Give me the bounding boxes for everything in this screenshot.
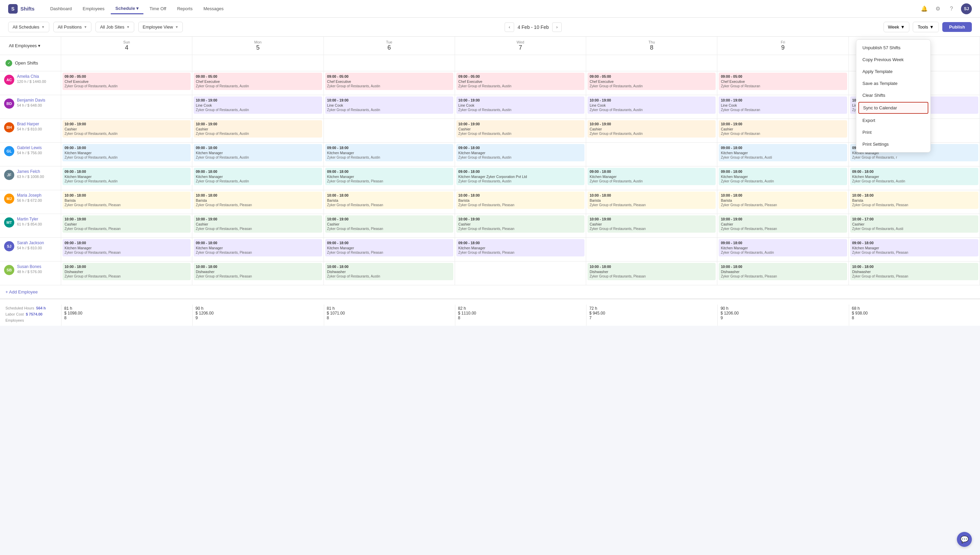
shift-cell-bh-day3[interactable]: 10:00 - 19:00CashierZyker Group of Resta… <box>455 119 586 142</box>
shift-cell-mj-day6[interactable]: 10:00 - 18:00BaristaZyker Group of Resta… <box>849 190 980 213</box>
shift-cell-sj-day2[interactable]: 09:00 - 18:00Kitchen ManagerZyker Group … <box>324 238 455 261</box>
shift-block-jf-day1[interactable]: 09:00 - 18:00Kitchen ManagerZyker Group … <box>194 168 322 185</box>
nav-timeoff[interactable]: Time Off <box>145 3 171 14</box>
shift-block-mt-day0[interactable]: 10:00 - 19:00CashierZyker Group of Resta… <box>63 215 191 233</box>
shift-cell-mt-day2[interactable]: 10:00 - 19:00CashierZyker Group of Resta… <box>324 214 455 237</box>
menu-save-template[interactable]: Save as Template <box>856 77 930 89</box>
menu-copy-prev-week[interactable]: Copy Previous Week <box>856 54 930 66</box>
shift-cell-mj-day1[interactable]: 10:00 - 18:00BaristaZyker Group of Resta… <box>192 190 323 213</box>
shift-cell-ac-day1[interactable]: 09:00 - 05:00Chef ExecutiveZyker Group o… <box>192 71 323 95</box>
shift-block-sj-day5[interactable]: 09:00 - 18:00Kitchen ManagerZyker Group … <box>719 239 847 257</box>
open-shifts-tue[interactable] <box>324 55 455 71</box>
shift-cell-bh-day4[interactable]: 10:00 - 19:00CashierZyker Group of Resta… <box>586 119 717 142</box>
shift-cell-sb-day0[interactable]: 10:00 - 18:00DishwasherZyker Group of Re… <box>61 261 192 285</box>
shift-block-jf-day4[interactable]: 09:00 - 18:00Kitchen ManagerZyker Group … <box>588 168 716 185</box>
shift-block-bd-day2[interactable]: 10:00 - 19:00Line CookZyker Group of Res… <box>325 96 453 114</box>
shift-block-sb-day1[interactable]: 10:00 - 18:00DishwasherZyker Group of Re… <box>194 263 322 280</box>
shift-cell-gl-day2[interactable]: 09:00 - 18:00Kitchen ManagerZyker Group … <box>324 143 455 166</box>
shift-block-mt-day2[interactable]: 10:00 - 19:00CashierZyker Group of Resta… <box>325 215 453 233</box>
menu-apply-template[interactable]: Apply Template <box>856 66 930 77</box>
menu-export[interactable]: Export <box>856 114 930 126</box>
shift-cell-mj-day2[interactable]: 10:00 - 18:00BaristaZyker Group of Resta… <box>324 190 455 213</box>
shift-cell-sj-day3[interactable]: 09:00 - 18:00Kitchen ManagerZyker Group … <box>455 238 586 261</box>
employee-name-sb[interactable]: Susan Bones <box>17 264 42 269</box>
shift-cell-bh-day0[interactable]: 10:00 - 19:00CashierZyker Group of Resta… <box>61 119 192 142</box>
user-avatar[interactable]: SJ <box>961 3 972 14</box>
employee-name-mt[interactable]: Martin Tyler <box>17 217 42 221</box>
add-employee-button[interactable]: + Add Employee <box>5 289 38 295</box>
employee-name-sj[interactable]: Sarah Jackson <box>17 241 44 245</box>
nav-schedule[interactable]: Schedule ▾ <box>111 3 143 14</box>
shift-block-mj-day5[interactable]: 10:00 - 18:00BaristaZyker Group of Resta… <box>719 192 847 209</box>
shift-block-sb-day0[interactable]: 10:00 - 18:00DishwasherZyker Group of Re… <box>63 263 191 280</box>
open-shifts-thu[interactable] <box>586 55 717 71</box>
shift-block-sj-day6[interactable]: 09:00 - 18:00Kitchen ManagerZyker Group … <box>850 239 978 257</box>
shift-block-mt-day1[interactable]: 10:00 - 19:00CashierZyker Group of Resta… <box>194 215 322 233</box>
week-selector-button[interactable]: Week ▼ <box>884 22 909 32</box>
shift-block-mj-day6[interactable]: 10:00 - 18:00BaristaZyker Group of Resta… <box>850 192 978 209</box>
shift-cell-bh-day5[interactable]: 10:00 - 19:00CashierZyker Group of Resta… <box>717 119 848 142</box>
shift-cell-sb-day4[interactable]: 10:00 - 18:00DishwasherZyker Group of Re… <box>586 261 717 285</box>
shift-cell-bd-day1[interactable]: 10:00 - 19:00Line CookZyker Group of Res… <box>192 95 323 119</box>
shift-cell-ac-day0[interactable]: 09:00 - 05:00Chef ExecutiveZyker Group o… <box>61 71 192 95</box>
shift-cell-sb-day2[interactable]: 10:00 - 18:00DishwasherZyker Group of Re… <box>324 261 455 285</box>
shift-block-sj-day3[interactable]: 09:00 - 18:00Kitchen ManagerZyker Group … <box>456 239 585 257</box>
shift-cell-bd-day4[interactable]: 10:00 - 19:00Line CookZyker Group of Res… <box>586 95 717 119</box>
open-shifts-fri[interactable] <box>717 55 848 71</box>
menu-sync-calendar[interactable]: Sync to Calendar <box>858 102 929 114</box>
shift-block-jf-day0[interactable]: 09:00 - 18:00Kitchen ManagerZyker Group … <box>63 168 191 185</box>
shift-block-mj-day1[interactable]: 10:00 - 18:00BaristaZyker Group of Resta… <box>194 192 322 209</box>
nav-messages[interactable]: Messages <box>199 3 228 14</box>
employee-name-mj[interactable]: Maria Joseph <box>17 193 42 198</box>
employee-name-bd[interactable]: Benjamin Davis <box>17 98 45 103</box>
shift-cell-ac-day3[interactable]: 09:00 - 05:00Chef ExecutiveZyker Group o… <box>455 71 586 95</box>
shift-block-ac-day3[interactable]: 09:00 - 05:00Chef ExecutiveZyker Group o… <box>456 73 585 90</box>
shift-block-sj-day0[interactable]: 09:00 - 18:00Kitchen ManagerZyker Group … <box>63 239 191 257</box>
shift-cell-jf-day0[interactable]: 09:00 - 18:00Kitchen ManagerZyker Group … <box>61 167 192 190</box>
nav-employees[interactable]: Employees <box>78 3 109 14</box>
shift-cell-jf-day2[interactable]: 09:00 - 18:00Kitchen ManagerZyker Group … <box>324 167 455 190</box>
shift-cell-bh-day1[interactable]: 10:00 - 19:00CashierZyker Group of Resta… <box>192 119 323 142</box>
shift-block-bh-day4[interactable]: 10:00 - 19:00CashierZyker Group of Resta… <box>588 120 716 138</box>
shift-block-sb-day2[interactable]: 10:00 - 18:00DishwasherZyker Group of Re… <box>325 263 453 280</box>
shift-block-mj-day0[interactable]: 10:00 - 18:00BaristaZyker Group of Resta… <box>63 192 191 209</box>
nav-dashboard[interactable]: Dashboard <box>45 3 77 14</box>
shift-cell-mj-day0[interactable]: 10:00 - 18:00BaristaZyker Group of Resta… <box>61 190 192 213</box>
shift-block-bh-day0[interactable]: 10:00 - 19:00CashierZyker Group of Resta… <box>63 120 191 138</box>
shift-block-jf-day5[interactable]: 09:00 - 18:00Kitchen ManagerZyker Group … <box>719 168 847 185</box>
next-week-button[interactable]: › <box>552 22 562 32</box>
shift-cell-gl-day0[interactable]: 09:00 - 18:00Kitchen ManagerZyker Group … <box>61 143 192 166</box>
shift-cell-sj-day4[interactable] <box>586 238 717 261</box>
shift-cell-ac-day4[interactable]: 09:00 - 05:00Chef ExecutiveZyker Group o… <box>586 71 717 95</box>
shift-block-ac-day5[interactable]: 09:00 - 05:00Chef ExecutiveZyker Group o… <box>719 73 847 90</box>
shift-cell-mj-day3[interactable]: 10:00 - 18:00BaristaZyker Group of Resta… <box>455 190 586 213</box>
all-employees-filter[interactable]: All Employees ▾ <box>5 41 44 50</box>
date-range-label[interactable]: 4 Feb - 10 Feb <box>517 24 549 30</box>
open-shifts-mon[interactable] <box>192 55 323 71</box>
shift-block-bd-day5[interactable]: 10:00 - 19:00Line CookZyker Group of Res… <box>719 96 847 114</box>
shift-block-bh-day1[interactable]: 10:00 - 19:00CashierZyker Group of Resta… <box>194 120 322 138</box>
shift-cell-bd-day3[interactable]: 10:00 - 19:00Line CookZyker Group of Res… <box>455 95 586 119</box>
shift-cell-jf-day4[interactable]: 09:00 - 18:00Kitchen ManagerZyker Group … <box>586 167 717 190</box>
shift-cell-gl-day3[interactable]: 09:00 - 18:00Kitchen ManagerZyker Group … <box>455 143 586 166</box>
shift-block-bd-day1[interactable]: 10:00 - 19:00Line CookZyker Group of Res… <box>194 96 322 114</box>
shift-block-mt-day4[interactable]: 10:00 - 19:00CashierZyker Group of Resta… <box>588 215 716 233</box>
shift-block-sj-day2[interactable]: 09:00 - 18:00Kitchen ManagerZyker Group … <box>325 239 453 257</box>
menu-unpublish-shifts[interactable]: Unpublish 57 Shifts <box>856 42 930 54</box>
shift-cell-jf-day6[interactable]: 09:00 - 18:00Kitchen ManagerZyker Group … <box>849 167 980 190</box>
shift-block-mt-day5[interactable]: 10:00 - 19:00CashierZyker Group of Resta… <box>719 215 847 233</box>
shift-cell-mt-day4[interactable]: 10:00 - 19:00CashierZyker Group of Resta… <box>586 214 717 237</box>
shift-block-sb-day5[interactable]: 10:00 - 18:00DishwasherZyker Group of Re… <box>719 263 847 280</box>
shift-block-mt-day3[interactable]: 10:00 - 19:00CashierZyker Group of Resta… <box>456 215 585 233</box>
shift-cell-sb-day5[interactable]: 10:00 - 18:00DishwasherZyker Group of Re… <box>717 261 848 285</box>
shift-block-gl-day0[interactable]: 09:00 - 18:00Kitchen ManagerZyker Group … <box>63 144 191 161</box>
settings-icon[interactable]: ⚙ <box>934 5 942 13</box>
shift-cell-bd-day5[interactable]: 10:00 - 19:00Line CookZyker Group of Res… <box>717 95 848 119</box>
tools-button[interactable]: Tools ▼ <box>913 22 939 32</box>
shift-block-sb-day6[interactable]: 10:00 - 18:00DishwasherZyker Group of Re… <box>850 263 978 280</box>
shift-cell-sj-day6[interactable]: 09:00 - 18:00Kitchen ManagerZyker Group … <box>849 238 980 261</box>
shift-block-ac-day1[interactable]: 09:00 - 05:00Chef ExecutiveZyker Group o… <box>194 73 322 90</box>
shift-cell-sb-day3[interactable] <box>455 261 586 285</box>
employee-name-bh[interactable]: Brad Harper <box>17 122 42 126</box>
open-shifts-wed[interactable] <box>455 55 586 71</box>
